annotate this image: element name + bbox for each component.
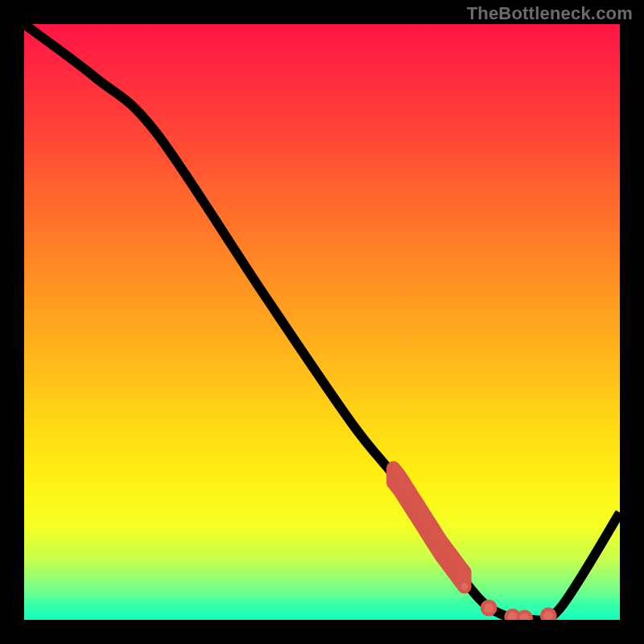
svg-point-174	[459, 581, 469, 592]
bottleneck-chart-svg	[24, 24, 620, 620]
chart-frame: TheBottleneck.com	[0, 0, 644, 644]
plot-area	[24, 24, 620, 620]
svg-point-177	[518, 612, 530, 620]
marker-run	[388, 463, 469, 592]
svg-point-178	[542, 609, 555, 620]
svg-point-175	[482, 601, 495, 614]
watermark-text: TheBottleneck.com	[467, 3, 633, 24]
marker-dots	[482, 601, 555, 620]
bottleneck-curve	[24, 24, 620, 620]
